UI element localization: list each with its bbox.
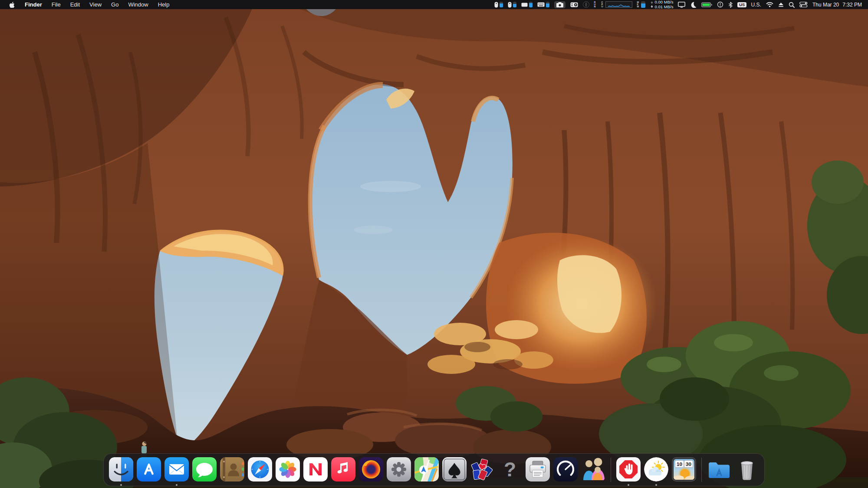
dock-item-flip-clock-weather[interactable]: 10 30 — [670, 454, 698, 487]
search-icon — [789, 2, 795, 8]
input-source-name[interactable]: U.S. — [751, 2, 761, 8]
spotlight-menu[interactable] — [789, 2, 795, 8]
dock-item-mail[interactable] — [163, 454, 191, 487]
battery-level-bar — [546, 2, 549, 7]
question-mark-icon: ? — [498, 457, 522, 481]
dock: ? — [103, 453, 765, 486]
wifi-menu[interactable] — [766, 2, 773, 7]
network-down-speed: 0.01 MB/s — [655, 5, 674, 9]
trash-icon — [735, 457, 759, 481]
mouse2-battery-status[interactable] — [508, 2, 516, 8]
menu-edit[interactable]: Edit — [66, 1, 85, 8]
cpu-meter[interactable]: CPU — [602, 1, 632, 8]
finder-icon — [109, 457, 133, 481]
dock-item-system-settings[interactable] — [385, 454, 413, 487]
camera-icon — [556, 2, 563, 7]
battery-menu[interactable] — [701, 2, 712, 7]
dock-item-trash[interactable] — [733, 454, 761, 487]
mouse-icon — [494, 2, 498, 8]
dock-divider — [701, 458, 702, 482]
memory-meter-label: MEM — [637, 1, 640, 8]
dock-item-news[interactable] — [302, 454, 329, 487]
dock-item-music[interactable] — [329, 454, 357, 487]
printer-icon — [526, 457, 550, 481]
dock-item-adblock[interactable] — [615, 454, 642, 487]
trackpad-icon — [521, 3, 528, 7]
running-indicator — [655, 484, 657, 486]
menu-bar-clock[interactable]: Thu Mar 20 7:32 PM — [812, 2, 862, 8]
scattered-cards-icon — [470, 457, 494, 481]
dock-item-maps[interactable] — [413, 454, 441, 487]
dock-item-safari[interactable] — [246, 454, 274, 487]
control-center-menu[interactable] — [799, 2, 808, 7]
mouse-battery-status[interactable] — [494, 2, 503, 8]
dock-item-app-store[interactable] — [135, 454, 163, 487]
dock-item-help[interactable]: ? — [496, 454, 524, 487]
dock-item-printer[interactable] — [524, 454, 552, 487]
dimmed-app-status[interactable] — [583, 1, 589, 8]
battery-level-bar — [513, 2, 516, 7]
memory-level-bar — [641, 1, 645, 8]
wifi-icon — [766, 2, 773, 7]
retro-camera-icon — [570, 2, 578, 7]
bluetooth-menu[interactable] — [728, 2, 733, 8]
clock-time: 7:32 PM — [842, 2, 862, 8]
screenshot-camera-status[interactable] — [554, 1, 566, 8]
contacts-icon — [220, 457, 244, 481]
memory-meter[interactable]: MEM — [637, 1, 645, 8]
display-menu[interactable] — [678, 2, 685, 8]
focus-mode-menu[interactable] — [690, 1, 697, 8]
battery-level-bar — [500, 2, 503, 7]
menu-file[interactable]: File — [47, 1, 66, 8]
update-alert-menu[interactable] — [717, 1, 723, 8]
spade-card-icon — [442, 457, 467, 481]
running-indicator — [120, 484, 122, 486]
cpu-meter-label: CPU — [602, 1, 604, 8]
dock-item-finder[interactable] — [107, 454, 135, 487]
user-group-icon — [581, 457, 605, 481]
menu-view[interactable]: View — [85, 1, 106, 8]
dock-item-firefox[interactable] — [357, 454, 385, 487]
menu-help[interactable]: Help — [153, 1, 174, 8]
desktop-wallpaper — [0, 0, 868, 488]
desktop: Finder File Edit View Go Window Help — [0, 0, 868, 488]
menu-window[interactable]: Window — [123, 1, 153, 8]
up-down-arrows-icon — [650, 1, 654, 8]
sun-cloud-icon — [644, 457, 668, 481]
network-up-speed: 0.00 MB/s — [655, 0, 674, 4]
display-icon — [678, 2, 685, 8]
flip-clock-icon: 10 30 — [672, 457, 696, 481]
running-indicator — [176, 484, 178, 486]
eject-menu[interactable] — [778, 2, 784, 7]
network-throughput[interactable]: 0.00 MB/s 0.01 MB/s — [650, 0, 674, 9]
menu-go[interactable]: Go — [106, 1, 123, 8]
run-meter-label[interactable]: RUN — [594, 1, 597, 8]
dock-item-photos[interactable] — [274, 454, 302, 487]
stop-hand-icon — [616, 457, 641, 481]
input-source-badge[interactable]: US — [737, 2, 746, 7]
dock-item-contacts[interactable] — [218, 454, 246, 487]
dock-item-speedtest[interactable] — [552, 454, 579, 487]
dock-item-spades-game[interactable] — [441, 454, 468, 487]
dock-item-messages[interactable] — [191, 454, 218, 487]
apple-menu-icon[interactable] — [6, 0, 20, 9]
keyboard-battery-status[interactable] — [537, 2, 549, 7]
bluetooth-icon — [728, 2, 733, 8]
keyboard-icon — [537, 2, 545, 7]
battery-level-bar — [529, 2, 533, 7]
dock-item-weather[interactable] — [642, 454, 670, 487]
active-app-menu[interactable]: Finder — [20, 1, 47, 8]
dock-item-applications-folder[interactable] — [705, 454, 733, 487]
messages-icon — [192, 457, 217, 481]
trackpad-battery-status[interactable] — [521, 2, 533, 7]
webcam-status[interactable] — [570, 2, 578, 7]
running-indicator — [628, 484, 629, 486]
music-icon — [331, 457, 355, 481]
cpu-history-graph — [605, 1, 632, 8]
flip-hour-card: 10 — [675, 460, 684, 468]
dock-item-cards-game[interactable] — [468, 454, 496, 487]
mouse-icon — [508, 2, 512, 8]
applications-folder-icon — [707, 457, 731, 481]
eject-icon — [778, 2, 784, 7]
dock-item-users[interactable] — [579, 454, 607, 487]
